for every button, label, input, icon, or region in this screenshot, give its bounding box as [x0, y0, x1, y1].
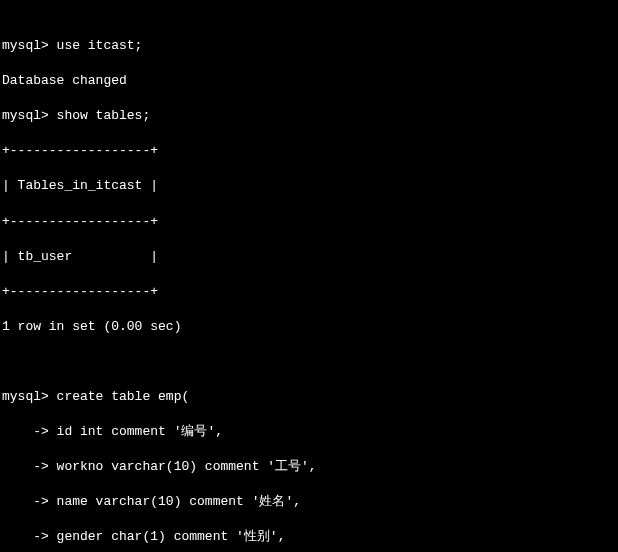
result-footer: 1 row in set (0.00 sec) — [2, 318, 616, 336]
terminal-line: -> workno varchar(10) comment '工号', — [2, 458, 616, 476]
create-command: create table emp( — [57, 389, 190, 404]
terminal-line: mysql> create table emp( — [2, 388, 616, 406]
terminal-line: -> id int comment '编号', — [2, 423, 616, 441]
arrow-prompt: -> — [2, 424, 57, 439]
mysql-prompt: mysql> — [2, 38, 57, 53]
table-header: | Tables_in_itcast | — [2, 177, 616, 195]
blank-line — [2, 353, 616, 371]
mysql-prompt: mysql> — [2, 108, 57, 123]
terminal-line: -> gender char(1) comment '性别', — [2, 528, 616, 546]
table-row: | tb_user | — [2, 248, 616, 266]
show-tables-command: show tables; — [57, 108, 151, 123]
table-border: +------------------+ — [2, 142, 616, 160]
create-line: id int comment '编号', — [57, 424, 223, 439]
terminal-line: mysql> use itcast; — [2, 37, 616, 55]
table-border: +------------------+ — [2, 213, 616, 231]
terminal-line: -> name varchar(10) comment '姓名', — [2, 493, 616, 511]
use-response: Database changed — [2, 72, 616, 90]
create-line: name varchar(10) comment '姓名', — [57, 494, 301, 509]
mysql-prompt: mysql> — [2, 389, 57, 404]
create-line: workno varchar(10) comment '工号', — [57, 459, 317, 474]
create-line: gender char(1) comment '性别', — [57, 529, 286, 544]
table-border: +------------------+ — [2, 283, 616, 301]
use-command: use itcast; — [57, 38, 143, 53]
arrow-prompt: -> — [2, 494, 57, 509]
arrow-prompt: -> — [2, 459, 57, 474]
arrow-prompt: -> — [2, 529, 57, 544]
terminal-line: mysql> show tables; — [2, 107, 616, 125]
